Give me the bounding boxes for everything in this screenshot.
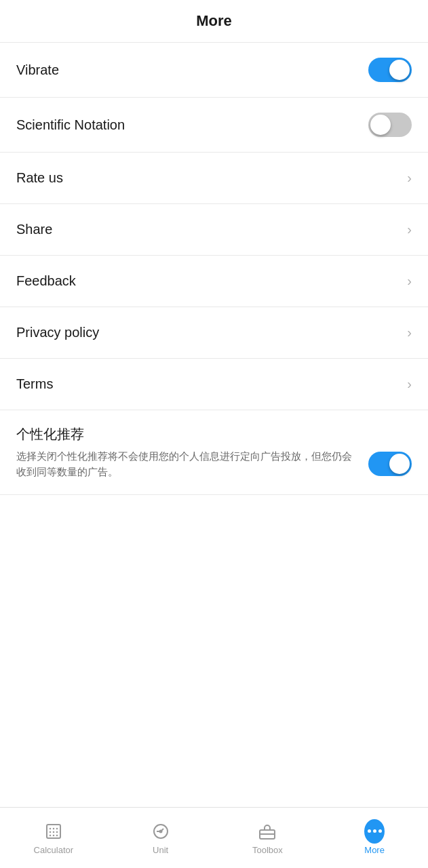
calculator-icon — [43, 821, 64, 842]
nav-item-more[interactable]: More — [321, 808, 428, 868]
vibrate-row: Vibrate — [0, 43, 428, 98]
share-label: Share — [16, 222, 52, 237]
toolbox-icon — [257, 821, 277, 842]
terms-row[interactable]: Terms › — [0, 359, 428, 410]
personalization-toggle[interactable] — [368, 452, 412, 476]
calculator-nav-label: Calculator — [34, 845, 74, 855]
more-nav-label: More — [364, 845, 385, 855]
rate-us-chevron-icon: › — [407, 170, 412, 186]
toolbox-nav-label: Toolbox — [252, 845, 283, 855]
personalization-row: 个性化推荐 选择关闭个性化推荐将不会使用您的个人信息进行定向广告投放，但您仍会收… — [0, 410, 428, 495]
rate-us-row[interactable]: Rate us › — [0, 153, 428, 204]
unit-icon — [151, 821, 171, 842]
share-row[interactable]: Share › — [0, 204, 428, 256]
vibrate-toggle[interactable] — [368, 58, 412, 82]
more-active-icon — [364, 819, 385, 844]
feedback-row[interactable]: Feedback › — [0, 256, 428, 307]
bottom-navigation: Calculator Unit Toolbox — [0, 807, 428, 868]
terms-label: Terms — [16, 376, 53, 392]
privacy-policy-label: Privacy policy — [16, 325, 99, 340]
personalization-body: 选择关闭个性化推荐将不会使用您的个人信息进行定向广告投放，但您仍会收到同等数量的… — [16, 449, 412, 479]
share-chevron-icon: › — [407, 222, 412, 237]
app-header: More — [0, 0, 428, 43]
page-title: More — [196, 12, 232, 30]
scientific-notation-row: Scientific Notation — [0, 98, 428, 153]
nav-item-calculator[interactable]: Calculator — [0, 808, 107, 868]
unit-nav-label: Unit — [153, 845, 168, 855]
rate-us-label: Rate us — [16, 170, 63, 186]
scientific-notation-toggle[interactable] — [368, 113, 412, 137]
personalization-title: 个性化推荐 — [16, 425, 412, 443]
feedback-label: Feedback — [16, 273, 76, 289]
settings-content: Vibrate Scientific Notation Rate us › Sh… — [0, 43, 428, 807]
vibrate-label: Vibrate — [16, 62, 59, 78]
scientific-notation-label: Scientific Notation — [16, 117, 125, 133]
personalization-description: 选择关闭个性化推荐将不会使用您的个人信息进行定向广告投放，但您仍会收到同等数量的… — [16, 449, 357, 479]
terms-chevron-icon: › — [407, 376, 412, 392]
privacy-policy-chevron-icon: › — [407, 325, 412, 340]
nav-item-toolbox[interactable]: Toolbox — [214, 808, 322, 868]
svg-point-11 — [159, 830, 161, 832]
privacy-policy-row[interactable]: Privacy policy › — [0, 307, 428, 359]
feedback-chevron-icon: › — [407, 273, 412, 289]
personalization-toggle-thumb — [389, 454, 410, 474]
scientific-notation-toggle-thumb — [370, 115, 391, 135]
more-icon — [364, 821, 385, 842]
vibrate-toggle-thumb — [389, 60, 410, 80]
nav-item-unit[interactable]: Unit — [107, 808, 214, 868]
